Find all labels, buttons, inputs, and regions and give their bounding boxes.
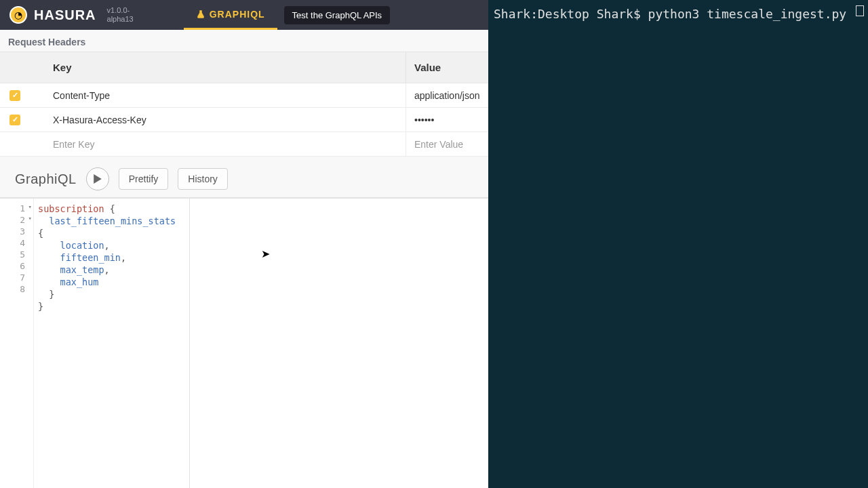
tab-graphiql-label: GRAPHIQL (210, 9, 265, 20)
line-number: 7 (0, 272, 33, 283)
flask-icon (196, 9, 205, 19)
hasura-console: ◔ HASURA v1.0.0- alpha13 GRAPHIQL Test t… (0, 0, 488, 488)
editor-area: 1 2 3 4 5 6 7 8 subscription { last_fift… (0, 198, 488, 488)
query-editor[interactable]: subscription { last_fifteen_mins_stats {… (34, 199, 190, 488)
line-number: 4 (0, 237, 33, 249)
tab-tooltip: Test the GraphQL APIs (284, 6, 390, 24)
new-key-input[interactable] (53, 139, 397, 150)
row-checkbox[interactable]: ✓ (9, 90, 20, 101)
graphiql-toolbar: GraphiQL Prettify History (0, 157, 488, 198)
headers-table-head: Key Value (0, 52, 488, 83)
table-row: ✓ X-Hasura-Access-Key •••••• (0, 108, 488, 132)
line-number: 2 (0, 214, 33, 226)
graphiql-title: GraphiQL (15, 171, 77, 187)
brand-name: HASURA (34, 7, 96, 23)
terminal-command: python3 timescale_ingest.py (648, 7, 847, 21)
new-value-input[interactable] (414, 139, 480, 150)
headers-table: Key Value ✓ Content-Type application/jso… (0, 52, 488, 157)
header-key[interactable]: X-Hasura-Access-Key (30, 115, 406, 125)
play-icon (94, 174, 102, 184)
header-value[interactable]: application/json (406, 83, 488, 107)
prettify-button[interactable]: Prettify (119, 168, 169, 190)
header-key[interactable]: Content-Type (30, 90, 406, 101)
col-key-header: Key (0, 52, 406, 83)
hasura-logo-icon: ◔ (9, 6, 27, 24)
line-gutter: 1 2 3 4 5 6 7 8 (0, 199, 34, 488)
line-number: 6 (0, 260, 33, 272)
table-row (0, 132, 488, 157)
line-number: 3 (0, 226, 33, 237)
terminal-pane[interactable]: Shark:Desktop Shark$ python3 timescale_i… (488, 0, 868, 488)
table-row: ✓ Content-Type application/json (0, 83, 488, 108)
terminal-cursor (856, 5, 864, 16)
result-pane (190, 199, 488, 488)
version-label: v1.0.0- alpha13 (107, 6, 134, 24)
history-button[interactable]: History (178, 168, 228, 190)
header-value[interactable]: •••••• (406, 108, 488, 131)
execute-button[interactable] (86, 167, 109, 190)
request-headers-title: Request Headers (0, 30, 488, 52)
row-checkbox[interactable]: ✓ (9, 115, 20, 125)
line-number: 8 (0, 283, 33, 295)
logo-block: ◔ HASURA v1.0.0- alpha13 (0, 6, 143, 24)
col-value-header: Value (406, 52, 488, 83)
topbar: ◔ HASURA v1.0.0- alpha13 GRAPHIQL Test t… (0, 0, 488, 30)
line-number: 1 (0, 203, 33, 214)
terminal-prompt: Shark:Desktop Shark$ (494, 7, 648, 21)
line-number: 5 (0, 249, 33, 260)
tab-graphiql[interactable]: GRAPHIQL (184, 0, 277, 30)
tab-bar: GRAPHIQL Test the GraphQL APIs (184, 0, 390, 30)
